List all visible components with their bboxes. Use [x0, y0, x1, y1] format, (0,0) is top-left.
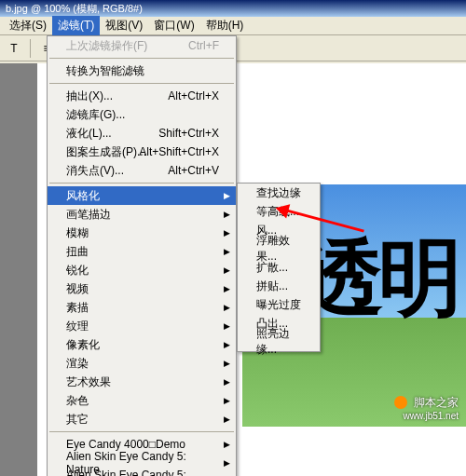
submenu-arrow-icon: ▶	[224, 440, 230, 449]
menu-entry-label: 风格化	[66, 188, 100, 204]
menu-entry[interactable]: 抽出(X)...Alt+Ctrl+X	[48, 87, 236, 105]
menu-shortcut: Alt+Ctrl+X	[168, 89, 219, 102]
watermark-logo-icon	[394, 396, 407, 409]
menu-entry[interactable]: 纹理▶	[48, 317, 236, 335]
menu-entry[interactable]: 图案生成器(P)...Alt+Shift+Ctrl+X	[48, 143, 236, 161]
menu-entry[interactable]: 扩散...	[238, 258, 320, 277]
menu-entry-label: 查找边缘	[256, 185, 301, 201]
menu-entry-label: 素描	[66, 300, 89, 316]
canvas-text: 透明	[300, 222, 457, 335]
watermark: 脚本之家 www.jb51.net	[394, 394, 459, 421]
menu-entry[interactable]: 转换为智能滤镜	[48, 61, 236, 80]
menu-entry[interactable]: 模糊▶	[48, 224, 236, 242]
menu-entry[interactable]: 锐化▶	[48, 261, 236, 279]
watermark-text: 脚本之家	[414, 396, 459, 409]
watermark-url: www.jb51.net	[394, 411, 459, 421]
menu-item[interactable]: 视图(V)	[100, 16, 148, 35]
submenu-arrow-icon: ▶	[224, 377, 230, 387]
submenu-arrow-icon: ▶	[224, 359, 230, 368]
menu-item[interactable]: 窗口(W)	[148, 16, 199, 35]
menu-entry-label: 纹理	[66, 319, 89, 334]
submenu-arrow-icon: ▶	[224, 247, 230, 256]
menu-entry[interactable]: 滤镜库(G)...	[48, 105, 236, 124]
menu-entry[interactable]: 画笔描边▶	[48, 205, 236, 224]
menu-separator	[49, 58, 234, 59]
menu-entry-label: 扩散...	[256, 260, 288, 276]
filter-menu-dropdown: 上次滤镜操作(F)Ctrl+F转换为智能滤镜抽出(X)...Alt+Ctrl+X…	[47, 35, 237, 476]
menu-entry-label: 图案生成器(P)...	[66, 144, 146, 160]
menu-entry-label: 像素化	[66, 337, 100, 353]
menu-entry[interactable]: 液化(L)...Shift+Ctrl+X	[48, 124, 236, 143]
menu-entry: 上次滤镜操作(F)Ctrl+F	[48, 36, 236, 55]
menu-entry[interactable]: 扭曲▶	[48, 242, 236, 261]
menu-entry-label: 上次滤镜操作(F)	[66, 38, 147, 54]
submenu-arrow-icon: ▶	[224, 228, 230, 238]
menu-entry-label: 扭曲	[66, 244, 89, 260]
menu-entry[interactable]: 艺术效果▶	[48, 373, 236, 391]
submenu-arrow-icon: ▶	[224, 458, 230, 468]
menu-entry[interactable]: 消失点(V)...Alt+Ctrl+V	[48, 161, 236, 180]
submenu-arrow-icon: ▶	[224, 265, 230, 275]
menu-entry[interactable]: 像素化▶	[48, 335, 236, 354]
menu-entry-label: 消失点(V)...	[66, 163, 124, 179]
menu-shortcut: Alt+Ctrl+V	[168, 164, 219, 177]
menu-entry-label: 曝光过度	[256, 297, 301, 313]
tool-icon[interactable]: T	[4, 38, 24, 59]
menubar: 选择(S)滤镜(T)视图(V)窗口(W)帮助(H)	[0, 17, 466, 35]
submenu-arrow-icon: ▶	[224, 284, 230, 293]
menu-entry-label: 滤镜库(G)...	[66, 107, 125, 123]
submenu-arrow-icon: ▶	[224, 396, 230, 405]
menu-entry-label: 照亮边缘...	[256, 326, 303, 358]
submenu-arrow-icon: ▶	[224, 340, 230, 349]
menu-entry[interactable]: 杂色▶	[48, 391, 236, 410]
menu-entry[interactable]: 浮雕效果...	[238, 239, 320, 258]
menu-entry[interactable]: 曝光过度	[238, 295, 320, 314]
menu-entry-label: 液化(L)...	[66, 126, 112, 142]
menu-item[interactable]: 滤镜(T)	[52, 16, 100, 35]
menu-entry-label: 渲染	[66, 356, 89, 372]
menu-entry[interactable]: 风格化▶	[48, 186, 236, 205]
menu-entry[interactable]: 素描▶	[48, 298, 236, 317]
menu-entry-label: 模糊	[66, 225, 89, 241]
menu-entry-label: 视频	[66, 281, 89, 297]
menu-separator	[49, 431, 234, 432]
menu-entry[interactable]: 其它▶	[48, 410, 236, 428]
menu-entry-label: 抽出(X)...	[66, 88, 113, 104]
menu-entry-label: 其它	[66, 412, 89, 428]
submenu-arrow-icon: ▶	[224, 321, 230, 331]
menu-shortcut: Ctrl+F	[188, 39, 219, 52]
menu-entry[interactable]: 渲染▶	[48, 354, 236, 373]
window-titlebar: b.jpg @ 100% (模糊, RGB/8#)	[0, 0, 466, 17]
menu-shortcut: Alt+Shift+Ctrl+X	[139, 145, 219, 158]
menu-entry-label: 拼贴...	[256, 279, 288, 294]
menu-entry[interactable]: 查找边缘	[238, 184, 320, 202]
menu-entry-label: 画笔描边	[66, 207, 111, 223]
menu-entry-label: 转换为智能滤镜	[66, 63, 144, 79]
menu-entry-label: 锐化	[66, 263, 89, 279]
window-title: b.jpg @ 100% (模糊, RGB/8#)	[6, 2, 143, 16]
menu-shortcut: Shift+Ctrl+X	[158, 127, 219, 140]
menu-separator	[49, 183, 234, 184]
submenu-arrow-icon: ▶	[224, 415, 230, 424]
menu-item[interactable]: 选择(S)	[4, 16, 52, 35]
submenu-arrow-icon: ▶	[224, 191, 230, 200]
menu-entry-label: Eye Candy 4000□Demo	[66, 438, 185, 451]
menu-item[interactable]: 帮助(H)	[200, 16, 250, 35]
menu-entry[interactable]: Alien Skin Eye Candy 5: Textures▶	[48, 472, 236, 476]
menu-entry-label: 艺术效果	[66, 374, 111, 390]
menu-entry-label: 杂色	[66, 393, 89, 409]
submenu-arrow-icon: ▶	[224, 303, 230, 312]
menu-entry-label: Alien Skin Eye Candy 5: Textures	[66, 469, 219, 476]
menu-entry[interactable]: 照亮边缘...	[238, 333, 320, 351]
submenu-arrow-icon: ▶	[224, 210, 230, 219]
menu-entry[interactable]: 视频▶	[48, 279, 236, 298]
separator	[30, 39, 31, 58]
menu-separator	[49, 83, 234, 84]
menu-entry[interactable]: 拼贴...	[238, 277, 320, 295]
